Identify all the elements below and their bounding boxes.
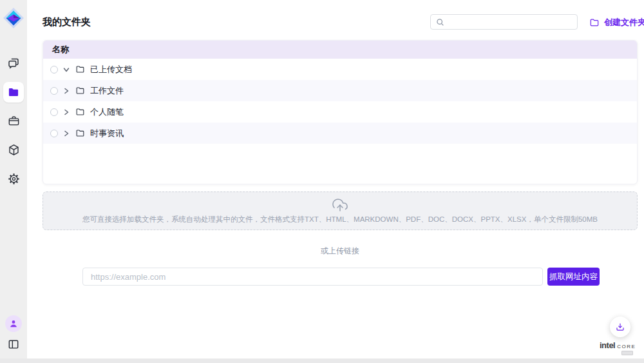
folder-icon (3, 82, 24, 103)
folder-table: 名称 已上传文档 工作文件 (43, 40, 638, 184)
sidebar-bottom (0, 315, 27, 353)
chat-icon (6, 56, 21, 70)
upload-dropzone[interactable]: 您可直接选择加载文件夹，系统自动处理其中的文件，文件格式支持TXT、HTML、M… (43, 191, 638, 230)
cube-icon (7, 143, 21, 157)
gear-icon (7, 172, 21, 186)
folder-icon (75, 64, 85, 74)
upload-hint: 您可直接选择加载文件夹，系统自动处理其中的文件，文件格式支持TXT、HTML、M… (82, 215, 598, 224)
download-button[interactable] (610, 317, 630, 337)
url-input[interactable] (82, 268, 543, 286)
row-checkbox[interactable] (50, 108, 58, 116)
person-icon (8, 319, 19, 329)
row-checkbox[interactable] (50, 130, 58, 137)
folder-name: 已上传文档 (90, 64, 132, 75)
folder-name: 工作文件 (90, 85, 124, 97)
chevron-icon[interactable] (62, 108, 70, 116)
folder-row[interactable]: 工作文件 (43, 80, 637, 101)
sidebar-nav (0, 48, 27, 193)
folder-table-body: 已上传文档 工作文件 个人随笔 (43, 59, 637, 144)
fetch-url-button[interactable]: 抓取网址内容 (547, 268, 600, 286)
intel-core-badge (621, 351, 633, 355)
cloud-upload-icon (332, 197, 348, 213)
or-upload-link-label: 或上传链接 (43, 246, 638, 257)
folder-row[interactable]: 时事资讯 (43, 123, 637, 144)
sidebar-item-chat[interactable] (0, 48, 27, 77)
app-logo[interactable] (2, 6, 25, 30)
chevron-icon[interactable] (62, 66, 70, 74)
page-title: 我的文件夹 (43, 16, 91, 28)
search-icon (436, 18, 444, 26)
sidebar-item-folders[interactable] (0, 77, 27, 106)
search-box (430, 14, 578, 30)
intel-brand-text: intel (600, 340, 615, 350)
download-icon (615, 322, 625, 332)
user-avatar[interactable] (5, 315, 22, 332)
search-input[interactable] (448, 15, 577, 29)
folder-name: 时事资讯 (90, 128, 124, 139)
chevron-icon[interactable] (62, 130, 70, 137)
core-brand-text: core (617, 342, 636, 349)
panel-toggle-icon (7, 338, 20, 351)
create-folder-label: 创建文件夹 (604, 17, 644, 28)
logo-diamond-icon (2, 6, 25, 30)
folder-icon (75, 107, 85, 117)
sidebar-item-models[interactable] (0, 135, 27, 164)
briefcase-icon (7, 114, 21, 128)
sidebar-item-workspace[interactable] (0, 106, 27, 135)
app-window: 我的文件夹 创建文件夹 名称 (0, 0, 644, 363)
folder-row[interactable]: 已上传文档 (43, 59, 637, 80)
create-folder-button[interactable]: 创建文件夹 (589, 17, 644, 28)
folder-plus-icon (589, 17, 600, 28)
row-checkbox[interactable] (50, 87, 58, 95)
sidebar-toggle[interactable] (7, 336, 20, 353)
table-header: 名称 (43, 41, 637, 59)
row-checkbox[interactable] (50, 66, 58, 74)
taskbar-edge (0, 358, 644, 363)
name-column-header: 名称 (52, 44, 69, 55)
sidebar-item-settings[interactable] (0, 164, 27, 193)
folder-name: 个人随笔 (90, 106, 124, 118)
chevron-icon[interactable] (62, 87, 70, 95)
folder-icon (75, 86, 85, 95)
intel-core-logo: intel core (600, 340, 641, 355)
sidebar (0, 0, 27, 363)
folder-icon (75, 128, 85, 138)
folder-row[interactable]: 个人随笔 (43, 101, 637, 123)
